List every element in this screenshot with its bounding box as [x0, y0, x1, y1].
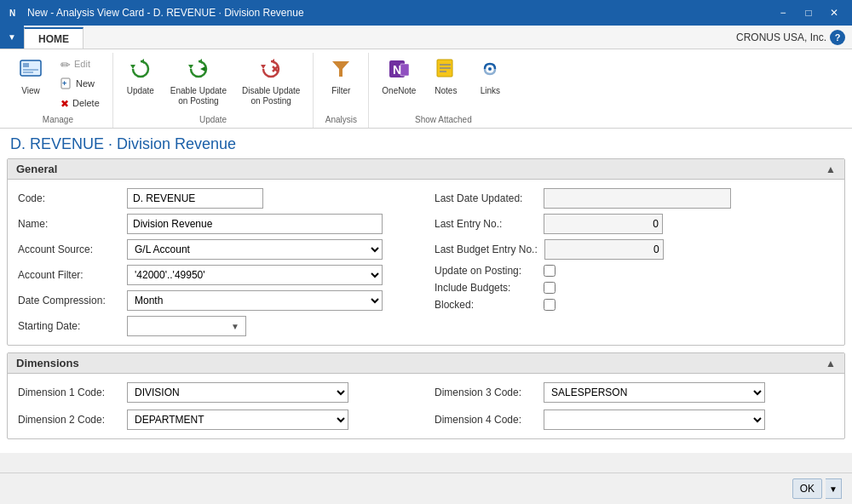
title-bar: N New - Analysis View Card - D. REVENUE … [0, 0, 852, 26]
update-button[interactable]: Update [120, 53, 161, 100]
account-source-select[interactable]: G/L Account Cash Flow Account Cost Type [127, 239, 383, 260]
dim1-code-select[interactable]: DIVISION [127, 382, 348, 403]
view-button[interactable]: View [10, 53, 51, 100]
svg-marker-17 [332, 61, 349, 77]
company-name: CRONUS USA, Inc. [736, 32, 826, 43]
general-collapse-icon: ▲ [826, 163, 836, 175]
svg-marker-11 [199, 59, 202, 64]
dim1-code-row: Dimension 1 Code: DIVISION [18, 382, 417, 403]
last-entry-no-row: Last Entry No.: 0 [435, 214, 834, 234]
ribbon-group-update: Update Enable Updateon Posting [113, 53, 314, 128]
notes-button[interactable]: Notes [425, 53, 466, 100]
analysis-group-label: Analysis [320, 112, 361, 124]
show-attached-group-label: Show Attached [376, 112, 510, 124]
starting-date-input[interactable] [127, 316, 246, 336]
starting-date-row: Starting Date: ▼ [18, 316, 417, 336]
dimensions-section: Dimensions ▲ Dimension 1 Code: DIVISION … [7, 352, 845, 439]
notes-icon [434, 57, 458, 84]
links-icon [478, 57, 502, 84]
filter-icon [329, 57, 353, 84]
svg-rect-20 [400, 64, 409, 76]
notes-label: Notes [435, 86, 457, 96]
dim3-code-label: Dimension 3 Code: [435, 387, 537, 398]
view-icon [19, 57, 43, 84]
general-section-body: Code: Name: Account Source: G/L Account … [8, 180, 844, 345]
links-button[interactable]: Links [469, 53, 510, 100]
include-budgets-checkbox[interactable] [544, 282, 556, 294]
blocked-row: Blocked: [435, 299, 834, 311]
ok-button[interactable]: OK [792, 478, 822, 499]
update-label: Update [127, 86, 154, 96]
onenote-icon: N [387, 57, 411, 84]
ribbon: View ✏ Edit + N [0, 49, 852, 129]
general-section-header[interactable]: General ▲ [8, 159, 844, 180]
dimensions-section-header[interactable]: Dimensions ▲ [8, 353, 844, 374]
disable-update-button[interactable]: Disable Updateon Posting [236, 53, 306, 111]
last-budget-entry-no-label: Last Budget Entry No.: [435, 243, 538, 255]
blocked-checkbox[interactable] [544, 299, 556, 311]
dim2-code-row: Dimension 2 Code: DEPARTMENT [18, 410, 417, 430]
date-compression-row: Date Compression: Day Week Month Quarter… [18, 290, 417, 311]
dim3-code-select[interactable]: SALESPERSON [544, 382, 765, 403]
enable-update-button[interactable]: Enable Updateon Posting [164, 53, 233, 111]
svg-text:+: + [62, 79, 66, 88]
code-row: Code: [18, 188, 417, 209]
account-filter-label: Account Filter: [18, 269, 120, 281]
bottom-bar: OK ▼ [0, 472, 852, 504]
view-label: View [21, 86, 40, 96]
edit-icon: ✏ [60, 59, 71, 71]
update-group-label: Update [120, 112, 307, 124]
new-icon: + [60, 77, 72, 91]
dim4-code-select[interactable] [544, 410, 765, 430]
update-icon [129, 57, 153, 84]
svg-marker-12 [200, 66, 205, 72]
code-input[interactable] [127, 188, 263, 209]
manage-group-label: Manage [10, 112, 106, 124]
general-section-label: General [16, 163, 57, 175]
onenote-label: OneNote [382, 86, 416, 96]
delete-button[interactable]: ✖ Delete [55, 95, 106, 112]
close-button[interactable]: ✕ [823, 4, 845, 21]
links-label: Links [481, 86, 500, 96]
dimensions-collapse-icon: ▲ [826, 358, 836, 369]
new-button[interactable]: + New [55, 75, 106, 94]
ribbon-group-analysis: Filter Analysis [314, 53, 369, 128]
page-title: D. REVENUE · Division Revenue [0, 129, 852, 158]
onenote-button[interactable]: N OneNote [376, 53, 422, 100]
date-compression-select[interactable]: Day Week Month Quarter Year Period [127, 290, 383, 311]
disable-update-label: Disable Updateon Posting [242, 86, 300, 106]
menu-dropdown[interactable]: ▼ [0, 26, 24, 49]
menu-bar: ▼ HOME CRONUS USA, Inc. ? [0, 26, 852, 49]
account-source-row: Account Source: G/L Account Cash Flow Ac… [18, 239, 417, 260]
update-on-posting-checkbox[interactable] [544, 265, 556, 277]
minimize-button[interactable]: − [772, 4, 794, 21]
update-on-posting-row: Update on Posting: [435, 265, 834, 277]
dim2-code-select[interactable]: DEPARTMENT [127, 410, 348, 430]
svg-rect-5 [23, 72, 33, 73]
account-filter-select[interactable]: '42000'..'49950' [127, 265, 383, 285]
edit-button[interactable]: ✏ Edit [55, 56, 106, 73]
svg-rect-2 [20, 60, 41, 76]
help-button[interactable]: ? [830, 30, 845, 45]
last-date-updated-label: Last Date Updated: [435, 192, 537, 204]
last-date-updated-value [544, 188, 731, 209]
svg-marker-9 [141, 59, 144, 64]
name-input[interactable] [127, 214, 383, 234]
maximize-button[interactable]: □ [797, 4, 820, 21]
main-content: D. REVENUE · Division Revenue General ▲ … [0, 129, 852, 453]
filter-button[interactable]: Filter [320, 53, 361, 100]
svg-marker-8 [130, 65, 135, 69]
svg-marker-14 [271, 59, 274, 64]
tab-home[interactable]: HOME [24, 27, 83, 49]
svg-text:N: N [393, 63, 401, 77]
edit-label: Edit [74, 59, 90, 70]
title-bar-text: New - Analysis View Card - D. REVENUE · … [27, 7, 304, 19]
app-icon: N [7, 6, 20, 20]
ribbon-group-manage: View ✏ Edit + N [3, 53, 113, 128]
ok-dropdown-button[interactable]: ▼ [826, 478, 842, 499]
dim4-code-label: Dimension 4 Code: [435, 414, 537, 426]
last-date-updated-row: Last Date Updated: [435, 188, 834, 209]
starting-date-dropdown[interactable]: ▼ [231, 322, 239, 331]
delete-label: Delete [72, 98, 100, 109]
dimensions-section-body: Dimension 1 Code: DIVISION Dimension 2 C… [8, 374, 844, 438]
